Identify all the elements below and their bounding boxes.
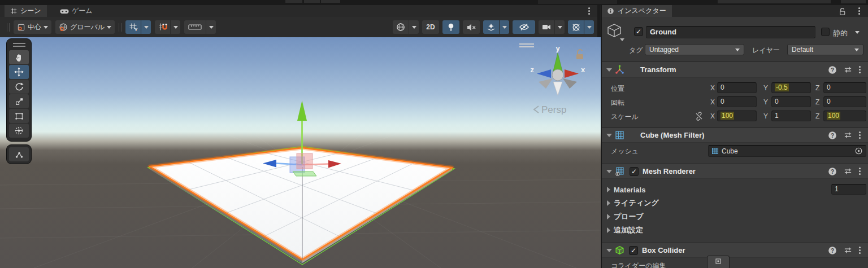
help-icon[interactable]: ? bbox=[828, 65, 837, 74]
orientation-gizmo[interactable]: y z x Persp bbox=[519, 44, 585, 115]
2d-toggle-button[interactable]: 2D bbox=[422, 20, 439, 34]
foldout-icon[interactable] bbox=[606, 249, 612, 252]
scale-tool[interactable] bbox=[9, 94, 29, 108]
chevron-down-icon bbox=[44, 26, 48, 29]
gizmo-cone-z[interactable] bbox=[537, 69, 551, 78]
presets-icon[interactable] bbox=[844, 131, 852, 139]
move-tool[interactable] bbox=[9, 65, 29, 79]
object-picker-icon[interactable] bbox=[854, 147, 863, 155]
persp-label[interactable]: Persp bbox=[541, 104, 566, 115]
grid-visibility-button[interactable]: Y bbox=[125, 20, 141, 34]
component-menu-icon[interactable] bbox=[859, 170, 861, 172]
gameobject-cube-icon[interactable] bbox=[606, 23, 624, 42]
scale-y-field[interactable]: 1 bbox=[771, 111, 811, 121]
orientation-mode-button[interactable]: グローバル bbox=[55, 20, 115, 34]
gizmo-plane-handle-green[interactable] bbox=[293, 172, 316, 176]
component-menu-icon[interactable] bbox=[859, 69, 861, 71]
scene-audio-toggle[interactable] bbox=[463, 20, 480, 34]
scene-tab-menu-icon[interactable] bbox=[588, 10, 590, 12]
presets-icon[interactable] bbox=[844, 246, 852, 254]
shading-mode-dropdown[interactable] bbox=[409, 20, 419, 34]
position-y-field[interactable]: -0.5 bbox=[771, 82, 811, 93]
pivot-mode-button[interactable]: 中心 bbox=[14, 20, 51, 34]
component-menu-icon[interactable] bbox=[859, 249, 861, 251]
edit-collider-button[interactable] bbox=[707, 256, 730, 268]
presets-icon[interactable] bbox=[844, 65, 852, 74]
layer-dropdown[interactable]: Default bbox=[787, 44, 863, 55]
snap-increment-dropdown[interactable] bbox=[206, 20, 216, 34]
shading-mode-button[interactable] bbox=[393, 20, 409, 34]
active-checkbox[interactable] bbox=[634, 27, 643, 36]
mesh-renderer-header[interactable]: Mesh Renderer ? bbox=[602, 164, 868, 179]
gizmo-center-ball[interactable] bbox=[552, 69, 563, 81]
position-z-field[interactable]: 0 bbox=[823, 82, 866, 93]
transform-tool[interactable] bbox=[9, 124, 29, 138]
overlay-handle-icon[interactable] bbox=[13, 43, 25, 47]
unlock-icon[interactable] bbox=[838, 7, 847, 16]
tag-dropdown[interactable]: Untagged bbox=[645, 44, 744, 55]
gizmo-cone-x[interactable] bbox=[565, 69, 579, 78]
lighting-foldout[interactable]: ライティング bbox=[602, 197, 868, 209]
tab-inspector[interactable]: インスペクター bbox=[602, 5, 672, 17]
rect-tool[interactable] bbox=[9, 109, 29, 123]
effects-dropdown[interactable] bbox=[500, 20, 509, 34]
probes-foldout[interactable]: プローブ bbox=[602, 210, 868, 223]
help-icon[interactable]: ? bbox=[828, 131, 837, 140]
tab-scene[interactable]: シーン bbox=[5, 5, 47, 17]
rotation-y-field[interactable]: 0 bbox=[771, 96, 811, 107]
foldout-icon[interactable] bbox=[606, 134, 612, 137]
box-collider-enabled-checkbox[interactable] bbox=[629, 246, 638, 255]
static-dropdown-icon[interactable] bbox=[855, 31, 860, 34]
help-icon[interactable]: ? bbox=[828, 246, 837, 255]
gizmos-toggle[interactable] bbox=[568, 20, 584, 34]
materials-foldout[interactable]: Materials bbox=[602, 183, 868, 196]
mesh-field[interactable]: Cube bbox=[708, 145, 866, 157]
foldout-icon[interactable] bbox=[606, 170, 612, 173]
component-menu-icon[interactable] bbox=[859, 134, 861, 136]
effects-toggle[interactable] bbox=[483, 20, 499, 34]
grid-snap-dropdown[interactable] bbox=[171, 20, 180, 34]
scene-lighting-toggle[interactable] bbox=[442, 20, 459, 34]
custom-tool[interactable] bbox=[9, 147, 29, 161]
box-collider-header[interactable]: Box Collider ? bbox=[602, 243, 868, 258]
rotation-x-field[interactable]: 0 bbox=[717, 96, 757, 107]
static-checkbox[interactable] bbox=[821, 28, 830, 36]
scale-z-field[interactable]: 100 bbox=[823, 111, 866, 121]
mesh-filter-header[interactable]: Cube (Mesh Filter) ? bbox=[602, 128, 868, 143]
gizmo-cone-front[interactable] bbox=[553, 82, 562, 95]
hidden-objects-toggle[interactable] bbox=[513, 20, 535, 34]
presets-icon[interactable] bbox=[844, 167, 852, 175]
rotation-z-field[interactable]: 0 bbox=[823, 96, 866, 107]
view-hand-tool[interactable] bbox=[9, 50, 29, 64]
gizmo-y-arrowhead[interactable] bbox=[297, 100, 307, 121]
hand-icon bbox=[15, 53, 24, 62]
inspector-menu-icon[interactable] bbox=[858, 10, 860, 12]
gizmo-cone-gray-right[interactable] bbox=[563, 78, 577, 89]
snap-increment-button[interactable] bbox=[184, 20, 206, 34]
camera-settings-button[interactable] bbox=[539, 20, 554, 34]
scene-viewport[interactable]: y z x Persp bbox=[0, 37, 601, 268]
foldout-icon[interactable] bbox=[606, 68, 612, 72]
toolbar-fragment bbox=[841, 0, 866, 3]
transform-header[interactable]: Transform ? bbox=[602, 61, 868, 78]
name-field[interactable]: Ground bbox=[646, 26, 815, 38]
scale-x-field[interactable]: 100 bbox=[717, 111, 757, 121]
gizmos-dropdown[interactable] bbox=[584, 20, 594, 34]
grid-snap-button[interactable] bbox=[155, 20, 170, 34]
persp-arrow-icon[interactable] bbox=[534, 106, 539, 113]
unlink-icon[interactable] bbox=[695, 112, 704, 121]
unlock-icon[interactable] bbox=[576, 50, 583, 59]
additional-settings-foldout[interactable]: 追加設定 bbox=[602, 224, 868, 236]
position-x-field[interactable]: 0 bbox=[717, 82, 757, 93]
gizmo-plane-handle-red[interactable] bbox=[297, 153, 313, 169]
help-icon[interactable]: ? bbox=[828, 167, 837, 176]
camera-settings-dropdown[interactable] bbox=[555, 20, 565, 34]
materials-count-field[interactable]: 1 bbox=[831, 184, 866, 195]
move-gizmo[interactable] bbox=[263, 100, 341, 176]
mesh-renderer-enabled-checkbox[interactable] bbox=[630, 167, 639, 176]
tab-game[interactable]: ゲーム bbox=[54, 5, 98, 17]
rotate-tool[interactable] bbox=[9, 80, 29, 94]
grid-visibility-dropdown[interactable] bbox=[141, 20, 151, 34]
gizmo-cone-gray-left[interactable] bbox=[539, 78, 553, 89]
overlay-handle-icon[interactable] bbox=[519, 44, 534, 47]
